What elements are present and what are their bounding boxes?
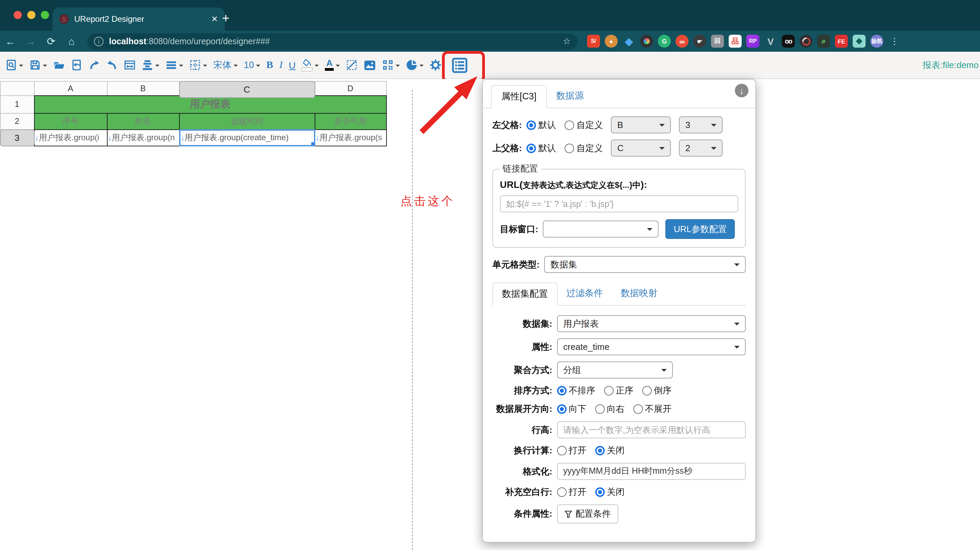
border-button[interactable] [189, 59, 207, 71]
url-text[interactable]: localhost:8080/demo/ureport/designer### [109, 37, 557, 46]
row-header-3[interactable]: 3 [0, 129, 34, 146]
font-color-button[interactable]: A [325, 59, 340, 71]
extension-icon[interactable]: ☛ [693, 35, 706, 48]
close-window-button[interactable] [14, 11, 22, 19]
forbid-cell-button[interactable] [346, 59, 358, 71]
radio-right[interactable]: 向右 [595, 403, 625, 415]
format-input[interactable] [557, 463, 746, 480]
subtab-filter[interactable]: 过滤条件 [557, 283, 612, 305]
tab-datasource[interactable]: 数据源 [547, 85, 593, 108]
extension-icon[interactable] [640, 35, 653, 48]
extension-icon[interactable]: S/ [587, 35, 600, 48]
left-parent-row-select[interactable]: 3 [679, 116, 723, 134]
profile-badge[interactable]: 扬凯 [870, 35, 883, 48]
cell-a2[interactable]: 序号 [34, 113, 107, 130]
url-param-config-button[interactable]: URL参数配置 [666, 219, 735, 239]
cell-c2[interactable]: 创建时间 [179, 113, 315, 130]
col-header-d[interactable]: D [314, 81, 387, 95]
radio-custom[interactable]: 自定义 [565, 142, 603, 154]
cell-c3-selected[interactable]: ↓用户报表.group(create_time) [179, 129, 315, 146]
insert-image-button[interactable] [364, 60, 376, 70]
top-parent-col-select[interactable]: C [611, 140, 671, 157]
extension-icon[interactable] [800, 35, 813, 48]
extension-icon[interactable]: 品 [729, 35, 741, 48]
aggregate-select[interactable]: 分组 [557, 361, 673, 378]
extension-icon[interactable]: ❖ [853, 35, 865, 48]
radio-no-sort[interactable]: 不排序 [557, 385, 595, 397]
left-parent-col-select[interactable]: B [611, 116, 671, 134]
import-button[interactable] [71, 59, 83, 71]
italic-button[interactable]: I [279, 59, 283, 71]
tab-close-icon[interactable]: ✕ [211, 14, 218, 24]
line-style-button[interactable] [165, 59, 183, 71]
preview-button[interactable] [5, 59, 23, 71]
extension-icon[interactable]: G [658, 35, 671, 48]
fill-color-button[interactable] [302, 59, 319, 72]
font-size-select[interactable]: 10 [244, 60, 260, 70]
reload-icon[interactable]: ⟳ [41, 35, 61, 47]
radio-asc[interactable]: 正序 [604, 385, 633, 397]
col-header-c[interactable]: C [179, 81, 315, 98]
subtab-dataset-config[interactable]: 数据集配置 [492, 283, 557, 306]
undo-button[interactable] [106, 59, 118, 71]
tab-properties[interactable]: 属性[C3] [491, 85, 547, 108]
extension-icon[interactable]: oo [782, 35, 795, 48]
extension-icon[interactable]: V [764, 35, 777, 48]
site-info-icon[interactable]: i [94, 37, 103, 46]
extension-icon[interactable]: ◆ [622, 35, 635, 48]
back-icon[interactable]: ← [0, 35, 21, 47]
grid-corner[interactable] [0, 81, 34, 95]
bold-button[interactable]: B [266, 59, 273, 71]
browser-menu-icon[interactable]: ⋮ [890, 36, 899, 46]
cell-a3[interactable]: ↓用户报表.group(i [34, 129, 107, 146]
qrcode-button[interactable] [382, 59, 400, 71]
radio-default[interactable]: 默认 [527, 119, 556, 131]
merge-cells-button[interactable] [124, 59, 135, 71]
url-input[interactable] [500, 196, 738, 212]
configure-condition-button[interactable]: 配置条件 [557, 504, 618, 523]
radio-down[interactable]: 向下 [557, 403, 586, 415]
chart-button[interactable] [406, 59, 423, 71]
url-bar[interactable]: i localhost:8080/demo/ureport/designer##… [87, 33, 578, 49]
cell-d2[interactable]: 是否可用 [314, 113, 387, 130]
extension-icon[interactable]: ● [605, 35, 618, 48]
cell-b2[interactable]: 姓名 [107, 113, 180, 130]
home-icon[interactable]: ⌂ [61, 35, 82, 47]
extension-icon[interactable]: ∞ [676, 35, 689, 48]
row-header-1[interactable]: 1 [0, 95, 34, 113]
extension-icon[interactable]: 回 [711, 35, 724, 48]
forward-icon[interactable]: → [21, 35, 41, 47]
cell-type-select[interactable]: 数据集 [544, 256, 746, 273]
subtab-mapping[interactable]: 数据映射 [612, 283, 667, 305]
align-button[interactable] [142, 59, 159, 71]
open-button[interactable] [53, 59, 65, 71]
zoom-window-button[interactable] [41, 11, 49, 19]
row-header-2[interactable]: 2 [0, 113, 34, 130]
dataset-select[interactable]: 用户报表 [557, 315, 746, 332]
extension-icon[interactable]: FE [835, 35, 848, 48]
top-parent-row-select[interactable]: 2 [679, 140, 723, 157]
radio-off[interactable]: 关闭 [595, 445, 625, 457]
bookmark-star-icon[interactable]: ☆ [563, 36, 571, 46]
extension-icon[interactable]: RP [746, 35, 759, 48]
col-header-b[interactable]: B [107, 81, 180, 95]
settings-button[interactable] [430, 59, 441, 71]
save-button[interactable] [29, 59, 47, 71]
radio-desc[interactable]: 倒序 [642, 385, 671, 397]
radio-on[interactable]: 打开 [557, 445, 586, 457]
redo-button[interactable] [89, 59, 100, 71]
col-header-a[interactable]: A [34, 81, 107, 95]
collapse-panel-button[interactable]: ↓ [735, 84, 748, 97]
font-family-select[interactable]: 宋体 [213, 59, 238, 71]
radio-no-expand[interactable]: 不展开 [633, 403, 671, 415]
radio-default[interactable]: 默认 [527, 142, 556, 154]
row-height-input[interactable] [557, 421, 746, 439]
browser-tab[interactable]: S UReport2 Designer ✕ [52, 8, 225, 31]
extension-icon[interactable]: ⌕ [817, 35, 830, 48]
property-select[interactable]: create_time [557, 338, 746, 355]
cell-title-a1[interactable]: 用户报表 [34, 95, 387, 113]
cell-d3[interactable]: ↓用户报表.group(s [314, 129, 387, 146]
underline-button[interactable]: U [289, 60, 296, 70]
minimize-window-button[interactable] [27, 11, 35, 19]
cell-b3[interactable]: ↓用户报表.group(n [107, 129, 180, 146]
